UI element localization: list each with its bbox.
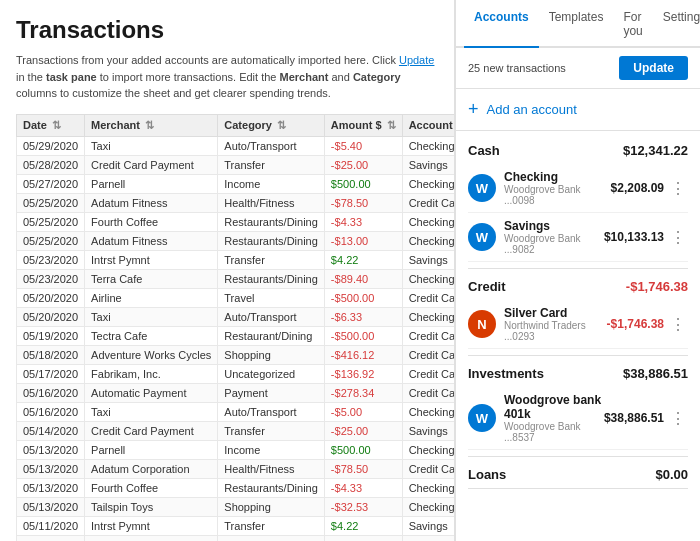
- table-cell: -$278.34: [324, 383, 402, 402]
- table-row: 05/13/2020Fourth CoffeeRestaurants/Dinin…: [17, 478, 456, 497]
- table-cell: -$416.12: [324, 345, 402, 364]
- account-amount: $2,208.09: [611, 181, 664, 195]
- table-cell: Credit Card: [402, 459, 455, 478]
- account-item: WWoodgrove bank 401kWoodgrove Bank ...85…: [468, 387, 688, 450]
- transactions-body: 05/29/2020TaxiAuto/Transport-$5.40Checki…: [17, 136, 456, 541]
- table-cell: Credit Card Payment: [85, 421, 218, 440]
- table-cell: 05/19/2020: [17, 326, 85, 345]
- group-separator: [468, 268, 688, 269]
- table-cell: -$13.00: [324, 231, 402, 250]
- new-transactions-label: 25 new transactions: [468, 62, 566, 74]
- table-cell: -$78.50: [324, 193, 402, 212]
- group-header: Investments$38,886.51: [468, 366, 688, 381]
- col-amount: Amount $ ⇅: [324, 114, 402, 136]
- group-header: Cash$12,341.22: [468, 143, 688, 158]
- table-cell: Tectra Cafe: [85, 326, 218, 345]
- table-cell: Health/Fitness: [218, 459, 325, 478]
- col-date: Date ⇅: [17, 114, 85, 136]
- tab-accounts[interactable]: Accounts: [464, 0, 539, 48]
- update-button[interactable]: Update: [619, 56, 688, 80]
- table-cell: Checking: [402, 174, 455, 193]
- table-cell: Transfer: [218, 250, 325, 269]
- account-icon: N: [468, 310, 496, 338]
- table-cell: 05/25/2020: [17, 212, 85, 231]
- table-cell: Restaurant/Dining: [218, 326, 325, 345]
- add-account-button[interactable]: + Add an account: [456, 89, 700, 131]
- account-group: Cash$12,341.22WCheckingWoodgrove Bank ..…: [468, 143, 688, 269]
- table-cell: 05/14/2020: [17, 421, 85, 440]
- table-cell: Savings: [402, 516, 455, 535]
- table-cell: Intrst Pymnt: [85, 250, 218, 269]
- table-cell: Restaurants/Dining: [218, 535, 325, 541]
- table-cell: 05/13/2020: [17, 478, 85, 497]
- account-amount: -$1,746.38: [607, 317, 664, 331]
- table-cell: Income: [218, 174, 325, 193]
- tab-for-you[interactable]: For you: [613, 0, 652, 48]
- account-menu-icon[interactable]: ⋮: [668, 409, 688, 428]
- table-cell: Transfer: [218, 421, 325, 440]
- group-name: Cash: [468, 143, 500, 158]
- table-cell: Automatic Payment: [85, 383, 218, 402]
- col-merchant: Merchant ⇅: [85, 114, 218, 136]
- left-panel: Transactions Transactions from your adde…: [0, 0, 455, 541]
- tabs-container: Accounts Templates For you Settings: [456, 0, 700, 48]
- table-cell: 05/17/2020: [17, 364, 85, 383]
- table-row: 05/27/2020ParnellIncome$500.00Checking: [17, 174, 456, 193]
- table-cell: 05/27/2020: [17, 174, 85, 193]
- tab-settings[interactable]: Settings: [653, 0, 700, 48]
- table-cell: Credit Card: [402, 288, 455, 307]
- table-cell: -$25.00: [324, 155, 402, 174]
- table-cell: 05/11/2020: [17, 516, 85, 535]
- update-link[interactable]: Update: [399, 54, 434, 66]
- table-cell: 05/13/2020: [17, 459, 85, 478]
- page-title: Transactions: [16, 16, 438, 44]
- table-cell: Health/Fitness: [218, 193, 325, 212]
- group-name: Investments: [468, 366, 544, 381]
- table-row: 05/23/2020Intrst PymntTransfer$4.22Savin…: [17, 250, 456, 269]
- description: Transactions from your added accounts ar…: [16, 52, 438, 102]
- account-details: Silver CardNorthwind Traders ...0293: [504, 306, 607, 342]
- table-row: 05/25/2020Adatum FitnessRestaurants/Dini…: [17, 231, 456, 250]
- account-menu-icon[interactable]: ⋮: [668, 315, 688, 334]
- table-cell: Checking: [402, 307, 455, 326]
- table-cell: -$6.33: [324, 307, 402, 326]
- table-cell: Shopping: [218, 345, 325, 364]
- table-cell: Adventure Works Cycles: [85, 345, 218, 364]
- table-cell: Taxi: [85, 307, 218, 326]
- add-icon: +: [468, 99, 479, 120]
- table-cell: -$32.53: [324, 497, 402, 516]
- table-cell: -$78.50: [324, 459, 402, 478]
- table-cell: Auto/Transport: [218, 136, 325, 155]
- table-cell: Auto/Transport: [218, 402, 325, 421]
- table-cell: Checking: [402, 269, 455, 288]
- table-cell: 05/16/2020: [17, 402, 85, 421]
- account-sub: Woodgrove Bank ...0098: [504, 184, 611, 206]
- col-category: Category ⇅: [218, 114, 325, 136]
- group-name: Credit: [468, 279, 506, 294]
- account-menu-icon[interactable]: ⋮: [668, 228, 688, 247]
- table-cell: Checking: [402, 231, 455, 250]
- table-cell: Checking: [402, 497, 455, 516]
- table-cell: Checking: [402, 478, 455, 497]
- account-menu-icon[interactable]: ⋮: [668, 179, 688, 198]
- table-cell: Intrst Pymnt: [85, 516, 218, 535]
- tab-templates[interactable]: Templates: [539, 0, 614, 48]
- table-cell: Adatum Fitness: [85, 193, 218, 212]
- table-cell: Restaurants/Dining: [218, 478, 325, 497]
- table-cell: Savings: [402, 250, 455, 269]
- table-cell: -$500.00: [324, 326, 402, 345]
- account-sub: Woodgrove Bank ...8537: [504, 421, 604, 443]
- account-name: Silver Card: [504, 306, 607, 320]
- group-total: $0.00: [655, 467, 688, 482]
- table-cell: Savings: [402, 155, 455, 174]
- account-item: NSilver CardNorthwind Traders ...0293-$1…: [468, 300, 688, 349]
- table-row: 05/20/2020TaxiAuto/Transport-$6.33Checki…: [17, 307, 456, 326]
- right-panel: Accounts Templates For you Settings 25 n…: [455, 0, 700, 541]
- account-sub: Northwind Traders ...0293: [504, 320, 607, 342]
- table-row: 05/13/2020Tailspin ToysShopping-$32.53Ch…: [17, 497, 456, 516]
- table-cell: 05/13/2020: [17, 497, 85, 516]
- table-cell: 05/13/2020: [17, 440, 85, 459]
- table-cell: Parnell: [85, 174, 218, 193]
- table-row: 05/20/2020AirlineTravel-$500.00Credit Ca…: [17, 288, 456, 307]
- account-details: Woodgrove bank 401kWoodgrove Bank ...853…: [504, 393, 604, 443]
